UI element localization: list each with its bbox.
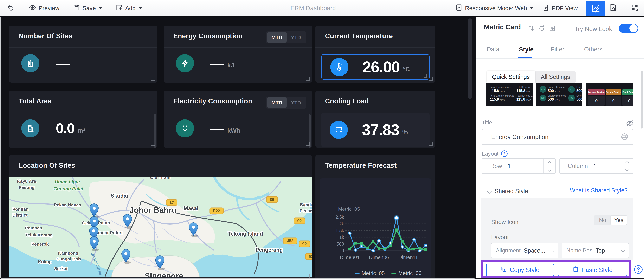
data-point[interactable] (407, 248, 410, 251)
new-look-toggle[interactable] (619, 24, 638, 33)
data-point[interactable] (366, 247, 368, 249)
style-preset-thumbnail-2[interactable]: ICO Energy Imported 500 MWh ICO Energy I… (536, 82, 582, 106)
ytd-segment[interactable]: YTD (287, 98, 305, 108)
data-point[interactable] (424, 244, 427, 247)
add-button[interactable]: Add (116, 0, 142, 16)
data-point[interactable] (360, 242, 363, 245)
data-point[interactable] (372, 240, 374, 243)
data-point[interactable] (395, 228, 398, 231)
name-position-dropdown[interactable]: Name Pos Top (562, 243, 629, 258)
title-input[interactable]: Energy Consumption (482, 129, 633, 145)
metric-card-energy-consumption[interactable]: Energy Consumption MTD YTD — kJ (164, 26, 312, 82)
data-point[interactable] (354, 242, 357, 244)
resize-handle[interactable] (429, 77, 433, 81)
row-input[interactable]: Row 1 (482, 158, 556, 174)
fullscreen-button[interactable] (627, 0, 643, 16)
try-new-look-link[interactable]: Try New Look (574, 26, 612, 34)
style-preset-thumbnail-1[interactable]: Total Energy Imported 115.8 MWh Total En… (486, 82, 533, 106)
undo-button[interactable] (7, 0, 14, 16)
map-view[interactable]: 17E228992J529292 Kayu AraPasongHutan Lip… (9, 177, 312, 278)
layout-help-icon[interactable]: ? (501, 150, 508, 157)
data-point[interactable] (354, 248, 357, 251)
resize-handle[interactable] (151, 142, 155, 146)
svg-text:92: 92 (297, 219, 302, 223)
alignment-dropdown[interactable]: Alignment Space... (491, 243, 558, 258)
refresh-icon[interactable] (538, 25, 545, 32)
metric-card-current-temperature[interactable]: Current Temperature 26.00 °C (316, 26, 435, 82)
dashboard-canvas[interactable]: Number Of Sites — Energy Consum (0, 17, 476, 279)
metric-card-number-of-sites[interactable]: Number Of Sites — (9, 26, 158, 82)
legend-label[interactable]: Metric_05 (362, 270, 385, 276)
alignment-value: Space... (524, 247, 551, 254)
data-point[interactable] (418, 247, 421, 250)
selected-metric-body[interactable]: 26.00 °C (321, 54, 430, 80)
step-down-button[interactable] (621, 166, 633, 174)
tab-filter[interactable]: Filter (551, 46, 564, 53)
resize-handle[interactable] (429, 142, 433, 146)
preview-button[interactable]: Preview (29, 0, 59, 16)
thumb-label: Total Energy Exported (516, 86, 533, 89)
resize-handle[interactable] (306, 77, 310, 81)
page-preview-button[interactable] (605, 0, 621, 16)
data-point[interactable] (348, 248, 351, 250)
hide-title-icon[interactable] (626, 120, 634, 128)
canvas-horizontal-scrollbar[interactable] (1, 278, 474, 279)
data-point[interactable] (401, 246, 404, 248)
mtd-segment[interactable]: MTD (267, 98, 287, 108)
step-up-button[interactable] (544, 159, 556, 166)
globe-icon[interactable] (620, 133, 628, 141)
highlighted-data-point[interactable] (395, 216, 398, 220)
responsive-mode-button[interactable]: Responsive Mode: Web (455, 0, 534, 16)
line-chart[interactable]: 05001k1.5k2k2.5kMetric_05Dimen01Dimen06D… (330, 205, 430, 279)
metric-body[interactable]: 37.83 % (321, 112, 430, 147)
column-input[interactable]: Column 1 (559, 158, 633, 174)
shared-style-help-link[interactable]: What is Shared Style? (570, 187, 628, 195)
data-point[interactable] (424, 248, 427, 251)
data-point[interactable] (389, 245, 392, 247)
map-place-label: Bandar (300, 202, 312, 207)
data-point[interactable] (372, 249, 374, 252)
mtd-segment[interactable]: MTD (267, 32, 287, 42)
metric-card-total-area[interactable]: Total Area 0.0 m² (9, 91, 158, 148)
canvas-vertical-scrollbar[interactable] (468, 18, 472, 99)
legend-label[interactable]: Metric_06 (398, 270, 422, 276)
all-settings-tab[interactable]: All Settings (535, 71, 576, 83)
device-count: 0 (588, 96, 604, 106)
resize-handle[interactable] (306, 142, 310, 146)
sort-icon[interactable] (528, 25, 535, 32)
ytd-segment[interactable]: YTD (287, 32, 305, 42)
quick-settings-tab[interactable]: Quick Settings (486, 71, 535, 83)
data-point[interactable] (360, 245, 363, 248)
tab-style[interactable]: Style (519, 46, 534, 53)
data-point[interactable] (378, 247, 380, 250)
copy-style-button[interactable]: Copy Style (486, 264, 554, 276)
data-point[interactable] (384, 248, 386, 250)
data-point[interactable] (348, 232, 351, 234)
show-icon-no[interactable]: No (594, 216, 611, 224)
help-icon[interactable]: ? (634, 265, 642, 274)
panel-scrollbar[interactable] (641, 71, 643, 128)
show-icon-yes[interactable]: Yes (611, 216, 627, 224)
view-data-icon[interactable] (549, 25, 556, 32)
data-point[interactable] (413, 238, 415, 241)
resize-handle[interactable] (151, 77, 155, 81)
style-preset-thumbnail-3[interactable]: Normal Device 0 Repair Device 0 Fault De… (586, 82, 633, 106)
chart-edit-button[interactable] (586, 1, 605, 16)
collapse-icon[interactable] (487, 188, 492, 194)
step-up-button[interactable] (621, 159, 633, 166)
step-down-button[interactable] (544, 166, 556, 174)
pdf-view-button[interactable]: PDF View (542, 0, 578, 16)
resize-handle[interactable] (424, 74, 427, 78)
save-button[interactable]: Save (73, 0, 102, 16)
paste-style-button[interactable]: Paste Style (558, 264, 627, 276)
tab-others[interactable]: Others (584, 46, 602, 53)
data-point[interactable] (401, 240, 404, 243)
metric-card-electricity-consumption[interactable]: Electricity Consumption MTD YTD — kWh (164, 91, 312, 148)
metric-card-cooling-load[interactable]: Cooling Load 37.83 % (316, 91, 435, 148)
chart-card-temperature-forecast[interactable]: Temperature Forecast 05001k1.5k2k2.5kMet… (316, 155, 435, 279)
resize-handle[interactable] (424, 142, 428, 146)
tab-data[interactable]: Data (486, 46, 500, 53)
data-point[interactable] (413, 248, 415, 250)
data-point[interactable] (378, 240, 380, 242)
map-card-location-of-sites[interactable]: Location Of Sites (9, 155, 312, 279)
